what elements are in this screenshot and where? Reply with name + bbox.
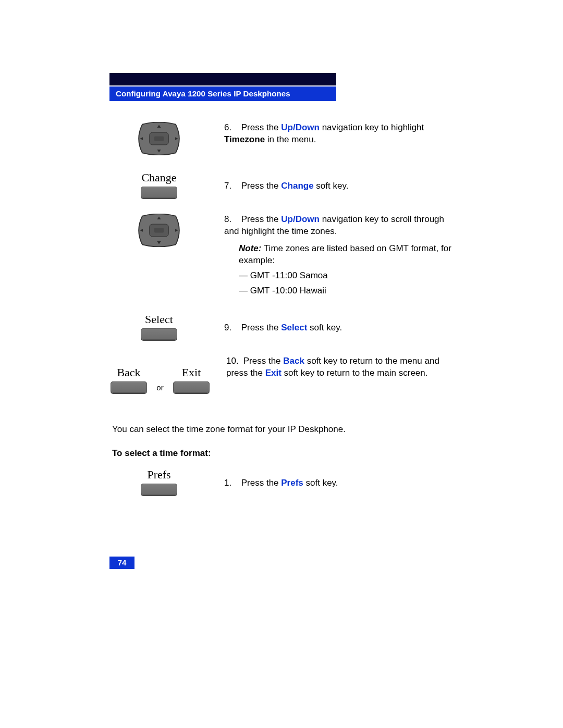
step-9-text: 9. Press the Select soft key. [224,313,454,334]
step-6-text: 6. Press the Up/Down navigation key to h… [224,122,454,146]
step-8-text: 8. Press the Up/Down navigation key to s… [224,214,454,297]
exit-softkey-icon [173,381,210,393]
timezone-example: GMT -11:00 Samoa [224,270,454,282]
timezone-example: GMT -10:00 Hawaii [224,285,454,297]
or-text: or [156,383,163,393]
step-9: Select 9. Press the Select soft key. [109,313,454,340]
chapter-header-bar: Configuring Avaya 1200 Series IP Deskpho… [109,73,336,101]
time-format-intro: You can select the time zone format for … [112,424,454,435]
page-number: 74 [109,557,134,569]
back-softkey-label: Back [117,366,140,379]
change-softkey-label: Change [141,171,176,184]
time-format-step-1-text: 1. Press the Prefs soft key. [224,468,454,489]
prefs-softkey-icon [141,484,177,495]
step-7-text: 7. Press the Change soft key. [224,171,454,192]
exit-softkey-label: Exit [182,366,201,379]
back-softkey-icon [111,381,147,393]
svg-rect-3 [154,228,164,232]
step-7: Change 7. Press the Change soft key. [109,171,454,198]
document-page: Configuring Avaya 1200 Series IP Deskpho… [0,0,563,728]
step-10: Back or Exit 10. Press the Back soft key… [109,355,454,393]
header-dark-strip [109,73,336,85]
select-softkey-icon [141,328,177,340]
step-8: 8. Press the Up/Down navigation key to s… [109,214,454,297]
time-format-heading: To select a time format: [112,448,454,459]
svg-rect-1 [154,136,164,141]
step-10-text: 10. Press the Back soft key to return to… [226,355,454,379]
select-softkey-label: Select [145,313,173,326]
prefs-softkey-label: Prefs [147,468,170,482]
nav-pad-icon [135,122,183,155]
time-format-step-1: Prefs 1. Press the Prefs soft key. [109,468,454,495]
change-softkey-icon [141,187,177,198]
step-6: 6. Press the Up/Down navigation key to h… [109,122,454,155]
chapter-title: Configuring Avaya 1200 Series IP Deskpho… [109,87,336,101]
nav-pad-icon [135,214,183,247]
